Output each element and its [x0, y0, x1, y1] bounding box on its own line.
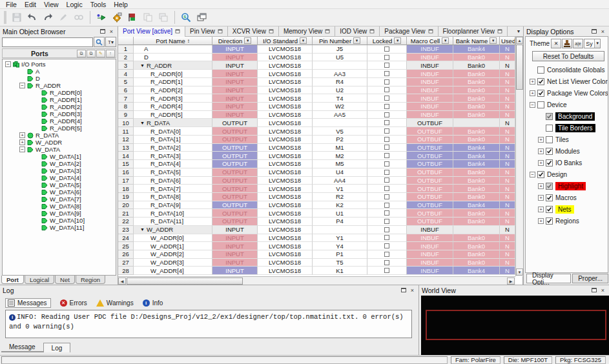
table-row[interactable]: 2DINPUTLVCMOS18U5INBUFBank0N [118, 54, 515, 62]
locked-checkbox[interactable] [384, 46, 389, 52]
edit-pencil-icon[interactable]: ✎ [96, 50, 105, 57]
float-icon[interactable] [428, 30, 433, 34]
filter-dropdown-icon[interactable]: ▼ [300, 37, 307, 44]
tree-item-w-data-5-[interactable]: W_DATA[5] [3, 181, 116, 188]
display-option-package-view-colors[interactable]: +Package View Colors [528, 87, 608, 99]
display-option-highlight[interactable]: +Highlight [528, 180, 608, 192]
close-icon[interactable]: × [599, 287, 606, 294]
table-row[interactable]: 18R_DATA[7]OUTPUTLVCMOS18V1OUTBUFBank0N [118, 185, 515, 193]
locked-checkbox[interactable] [384, 145, 389, 150]
locked-checkbox[interactable] [384, 243, 389, 248]
collapse-icon[interactable]: − [530, 172, 535, 177]
tree-item-r-addr-2-[interactable]: R_ADDR[2] [3, 103, 116, 110]
tree-item-w-data-10-[interactable]: W_DATA[10] [3, 217, 116, 224]
display-option-consolidate-globals[interactable]: Consolidate Globals [528, 64, 608, 76]
filter-dropdown-icon[interactable]: ▼ [244, 37, 251, 44]
view-tab-floorplanner-view[interactable]: Floorplanner View [439, 26, 508, 37]
expand-icon[interactable]: + [19, 132, 25, 138]
reset-to-defaults-button[interactable]: Reset To Defaults [532, 51, 604, 61]
display-option-modules[interactable]: +Modules [528, 145, 608, 157]
tree-item-w-data[interactable]: −W_DATA [3, 146, 116, 153]
search-icon[interactable] [94, 37, 105, 47]
tab-proper-[interactable]: Proper... [572, 274, 608, 283]
menu-logic[interactable]: Logic [63, 1, 87, 8]
locked-checkbox[interactable] [384, 210, 389, 216]
column-header-used-i-[interactable]: Used I/ [500, 37, 515, 45]
scroll-down-icon[interactable]: ▼ [516, 268, 523, 276]
locked-checkbox[interactable] [384, 203, 389, 208]
search-input[interactable] [2, 37, 93, 47]
horizontal-scrollbar[interactable]: ◀ ▶ [118, 276, 515, 285]
table-row[interactable]: 10▼R_DATAOUTPUTLVCMOS18OUTBUFN [118, 119, 515, 127]
tree-item-w-data-4-[interactable]: W_DATA[4] [3, 174, 116, 181]
table-row[interactable]: 15R_DATA[4]OUTPUTLVCMOS18M5OUTBUFBank4N [118, 160, 515, 168]
table-row[interactable]: 8R_ADDR[4]INPUTLVCMOS18W2INBUFBank0N [118, 103, 515, 111]
float-icon[interactable] [590, 287, 597, 294]
column-header-macro-cell[interactable]: Macro Cell▼ [407, 37, 453, 45]
collapse-icon[interactable]: − [19, 83, 25, 88]
table-row[interactable]: 26W_ADDR[2]INPUTLVCMOS18P1INBUFBank0N [118, 250, 515, 259]
undo-icon[interactable] [25, 10, 40, 25]
table-row[interactable]: 16R_DATA[5]OUTPUTLVCMOS18U4OUTBUFBank0N [118, 168, 515, 177]
table-row[interactable]: 24W_ADDR[0]INPUTLVCMOS18Y1INBUFBank0N [118, 234, 515, 243]
table-row[interactable]: 9R_ADDR[5]INPUTLVCMOS18AA5INBUFBank0N [118, 111, 515, 119]
expand-icon[interactable]: + [538, 183, 544, 189]
column-header-locked[interactable]: Locked▼ [367, 37, 407, 45]
collapse-triangle-icon[interactable]: ▼ [140, 63, 145, 68]
locked-checkbox[interactable] [384, 194, 389, 199]
locked-checkbox[interactable] [384, 153, 389, 158]
float-icon[interactable] [370, 30, 375, 34]
tab-overflow-icon[interactable]: ▼ [514, 29, 523, 34]
locked-checkbox[interactable] [384, 112, 389, 117]
float-icon[interactable] [176, 30, 180, 34]
table-row[interactable]: 14R_DATA[3]OUTPUTLVCMOS18M2OUTBUFBank4N [118, 152, 515, 160]
display-option-io-banks[interactable]: +IO Banks [528, 157, 608, 168]
checkbox[interactable] [546, 159, 553, 167]
table-row[interactable]: 6R_ADDR[2]INPUTLVCMOS18U2INBUFBank0N [118, 86, 515, 95]
tab-logical[interactable]: Logical [25, 276, 54, 284]
locked-checkbox[interactable] [384, 186, 389, 191]
locked-checkbox[interactable] [384, 63, 389, 68]
scroll-up-icon[interactable]: ▲ [516, 37, 523, 44]
display-option-device[interactable]: −Device [528, 99, 608, 110]
log-filter-errors[interactable]: ✕Errors [60, 299, 87, 307]
table-row[interactable]: 3▼R_ADDRINPUTLVCMOS18INBUFBank0N [118, 61, 515, 70]
table-row[interactable]: 5R_ADDR[1]INPUTLVCMOS18R4INBUFBank0N [118, 78, 515, 86]
checkbox[interactable] [546, 148, 553, 155]
toolbar-grip[interactable] [4, 11, 6, 24]
display-option-design[interactable]: −Design [528, 168, 608, 180]
stamp-icon[interactable] [562, 39, 572, 48]
float-icon[interactable] [269, 30, 273, 34]
theme-select[interactable]: Sy ▼ [584, 39, 601, 48]
world-view-canvas[interactable] [421, 296, 609, 355]
tree-item-r-addr[interactable]: −R_ADDR [3, 82, 116, 89]
expand-icon[interactable]: + [19, 139, 25, 145]
display-option-background[interactable]: Background [528, 110, 608, 122]
sort-icon[interactable]: ↑ [106, 50, 115, 57]
filter-dropdown-icon[interactable]: ▼ [394, 37, 401, 44]
expand-icon[interactable]: + [538, 207, 544, 212]
float-icon[interactable] [590, 28, 597, 35]
tree-item-w-data-6-[interactable]: W_DATA[6] [3, 188, 116, 196]
vertical-scrollbar[interactable]: ▲ ▼ [515, 37, 523, 276]
table-row[interactable]: 25W_ADDR[1]INPUTLVCMOS18Y4INBUFBank0N [118, 242, 515, 250]
display-option-regions[interactable]: +Regions [528, 215, 608, 227]
column-header-port-name[interactable]: Port Name↕ [134, 37, 212, 45]
tree-item-d[interactable]: D [3, 75, 116, 82]
tree-item-w-data-2-[interactable]: W_DATA[2] [3, 160, 116, 167]
expand-icon[interactable]: + [538, 148, 544, 154]
tree-item-r-addr-1-[interactable]: R_ADDR[1] [3, 96, 116, 103]
rename-theme-icon[interactable]: a|e [573, 39, 583, 48]
expand-icon[interactable]: + [538, 195, 544, 201]
tree-item-r-addr-3-[interactable]: R_ADDR[3] [3, 110, 116, 117]
tab-port[interactable]: Port [1, 276, 24, 284]
display-option-macros[interactable]: +Macros [528, 192, 608, 203]
menu-edit[interactable]: Edit [21, 1, 40, 8]
checkbox[interactable] [546, 183, 553, 190]
view-tab-pin-view[interactable]: Pin View [185, 26, 228, 37]
checkbox[interactable] [537, 171, 544, 178]
tree-item-w-data-9-[interactable]: W_DATA[9] [3, 210, 116, 217]
tab-net[interactable]: Net [55, 276, 75, 284]
locked-checkbox[interactable] [384, 252, 389, 257]
filter-dropdown-icon[interactable]: T▾ [105, 37, 116, 47]
